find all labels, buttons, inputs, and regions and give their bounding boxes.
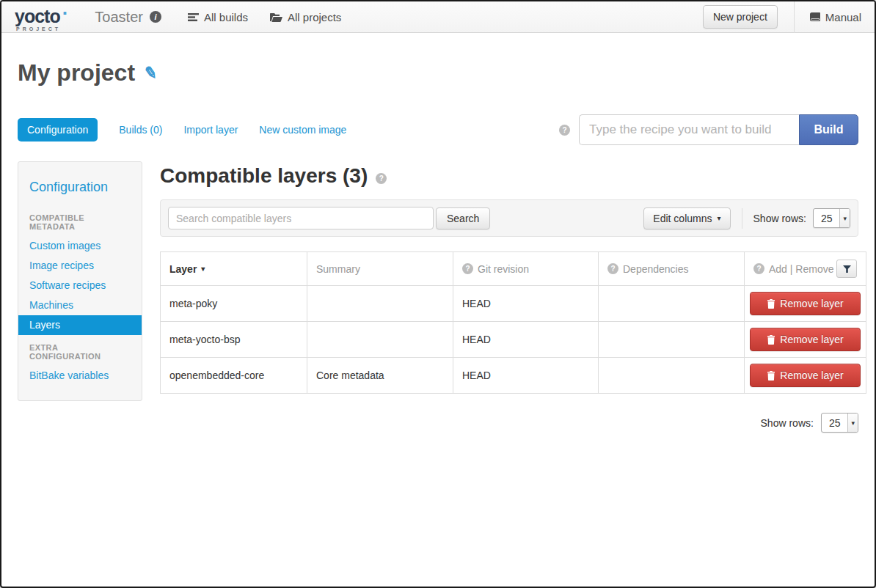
remove-layer-button[interactable]: Remove layer: [750, 328, 861, 351]
search-button[interactable]: Search: [436, 207, 490, 229]
nav-all-projects[interactable]: All projects: [270, 11, 341, 23]
logo-dot: ·: [62, 2, 69, 24]
sidebar-item-image-recipes[interactable]: Image recipes: [18, 256, 142, 276]
main-panel: Compatible layers (3) ? Search Edit colu…: [160, 161, 858, 433]
sidebar-item-configuration[interactable]: Configuration: [18, 171, 142, 205]
column-header-layer[interactable]: Layer▾: [161, 252, 307, 286]
column-git-revision-label: Git revision: [478, 263, 529, 275]
app-name: Toaster: [95, 9, 143, 26]
folder-open-icon: [270, 12, 282, 22]
trash-icon: [767, 299, 775, 309]
sidebar-item-layers[interactable]: Layers: [18, 315, 142, 335]
compatible-layers-table: Layer▾ Summary ?Git revision ?Dependenci…: [160, 251, 866, 394]
nav-all-builds[interactable]: All builds: [188, 11, 248, 23]
nav-all-projects-label: All projects: [288, 11, 341, 23]
column-add-remove-label: Add | Remove: [769, 263, 833, 275]
cell-dependencies: [599, 358, 745, 394]
trash-icon: [767, 335, 775, 345]
project-name: My project: [18, 59, 135, 87]
cell-git-revision: HEAD: [453, 286, 599, 322]
navbar-divider: [794, 1, 795, 33]
table-header-row: Layer▾ Summary ?Git revision ?Dependenci…: [161, 252, 866, 286]
git-revision-help-icon[interactable]: ?: [462, 263, 473, 274]
sort-caret-icon: ▾: [201, 265, 205, 273]
column-summary-label: Summary: [316, 263, 360, 275]
cell-summary: [307, 286, 453, 322]
page-title: My project ✎: [18, 59, 858, 87]
table-row: meta-poky HEAD Remove layer: [161, 286, 866, 322]
table-row: openembedded-core Core metadata HEAD Rem…: [161, 358, 866, 394]
dependencies-help-icon[interactable]: ?: [607, 263, 618, 274]
sidebar-item-custom-images[interactable]: Custom images: [18, 236, 142, 256]
new-project-button[interactable]: New project: [703, 5, 778, 29]
yocto-logo[interactable]: yocto· PROJECT: [15, 4, 68, 32]
build-form: ? Build: [559, 114, 858, 145]
nav-manual-label: Manual: [825, 11, 861, 23]
remove-layer-button[interactable]: Remove layer: [750, 364, 861, 387]
show-rows-value: 25: [814, 209, 840, 227]
show-rows-select-bottom[interactable]: 25 ▾: [821, 413, 858, 433]
sidebar-item-machines[interactable]: Machines: [18, 295, 142, 315]
add-remove-help-icon[interactable]: ?: [753, 263, 764, 274]
toolbar-divider: [742, 208, 742, 229]
edit-project-name-icon[interactable]: ✎: [142, 62, 159, 84]
build-help-icon[interactable]: ?: [559, 125, 570, 136]
top-navbar: yocto· PROJECT Toaster i All builds All …: [1, 1, 875, 33]
remove-layer-label: Remove layer: [780, 298, 843, 309]
section-heading-text: Compatible layers (3): [160, 164, 368, 188]
build-button[interactable]: Build: [799, 114, 858, 145]
column-header-git-revision: ?Git revision: [453, 252, 599, 286]
cell-dependencies: [599, 286, 745, 322]
layers-help-icon[interactable]: ?: [376, 173, 387, 184]
show-rows-label: Show rows:: [761, 417, 814, 429]
tab-configuration[interactable]: Configuration: [18, 118, 98, 142]
logo-subtext: PROJECT: [16, 26, 68, 32]
build-recipe-input[interactable]: [579, 114, 799, 145]
content-row: Configuration COMPATIBLE METADATA Custom…: [18, 161, 858, 433]
cell-layer: meta-yocto-bsp: [161, 322, 307, 358]
logo-text: yocto: [15, 6, 60, 26]
show-rows-label: Show rows:: [753, 213, 806, 224]
trash-icon: [767, 371, 775, 381]
app-window: yocto· PROJECT Toaster i All builds All …: [0, 0, 876, 588]
remove-layer-label: Remove layer: [780, 370, 843, 381]
edit-columns-button[interactable]: Edit columns ▾: [643, 207, 730, 229]
list-icon: [188, 12, 199, 22]
funnel-icon: [843, 265, 851, 273]
cell-summary: [307, 322, 453, 358]
select-caret-icon: ▾: [847, 414, 858, 432]
sidebar-item-software-recipes[interactable]: Software recipes: [18, 276, 142, 295]
column-header-summary: Summary: [307, 252, 453, 286]
cell-summary: Core metadata: [307, 358, 453, 394]
show-rows-select[interactable]: 25 ▾: [813, 208, 850, 228]
table-footer: Show rows: 25 ▾: [160, 413, 858, 433]
tab-import-layer[interactable]: Import layer: [183, 124, 238, 136]
column-layer-label: Layer: [169, 263, 197, 275]
nav-all-builds-label: All builds: [204, 11, 248, 23]
select-caret-icon: ▾: [839, 209, 850, 227]
tab-new-custom-image[interactable]: New custom image: [259, 124, 346, 136]
chevron-down-icon: ▾: [718, 214, 721, 222]
cell-git-revision: HEAD: [453, 358, 599, 394]
sidebar-heading-compatible-metadata: COMPATIBLE METADATA: [18, 205, 142, 236]
remove-layer-button[interactable]: Remove layer: [750, 292, 861, 315]
nav-manual[interactable]: Manual: [809, 11, 861, 23]
table-row: meta-yocto-bsp HEAD Remove layer: [161, 322, 866, 358]
column-header-dependencies: ?Dependencies: [599, 252, 745, 286]
sidebar: Configuration COMPATIBLE METADATA Custom…: [18, 161, 142, 401]
show-rows-value: 25: [822, 414, 848, 432]
cell-layer: openembedded-core: [161, 358, 307, 394]
filter-button[interactable]: [836, 260, 857, 278]
table-toolbar: Search Edit columns ▾ Show rows: 25 ▾: [160, 199, 858, 237]
column-header-add-remove: ?Add | Remove: [745, 252, 866, 286]
sidebar-item-bitbake-variables[interactable]: BitBake variables: [18, 366, 142, 386]
cell-dependencies: [599, 322, 745, 358]
info-icon[interactable]: i: [150, 11, 161, 23]
search-input[interactable]: [168, 207, 434, 229]
project-tabs-row: Configuration Builds (0) Import layer Ne…: [18, 114, 858, 145]
remove-layer-label: Remove layer: [780, 334, 843, 345]
tab-builds[interactable]: Builds (0): [119, 124, 162, 136]
cell-git-revision: HEAD: [453, 322, 599, 358]
page-body: My project ✎ Configuration Builds (0) Im…: [1, 59, 875, 433]
sidebar-heading-extra-configuration: EXTRA CONFIGURATION: [18, 335, 142, 366]
